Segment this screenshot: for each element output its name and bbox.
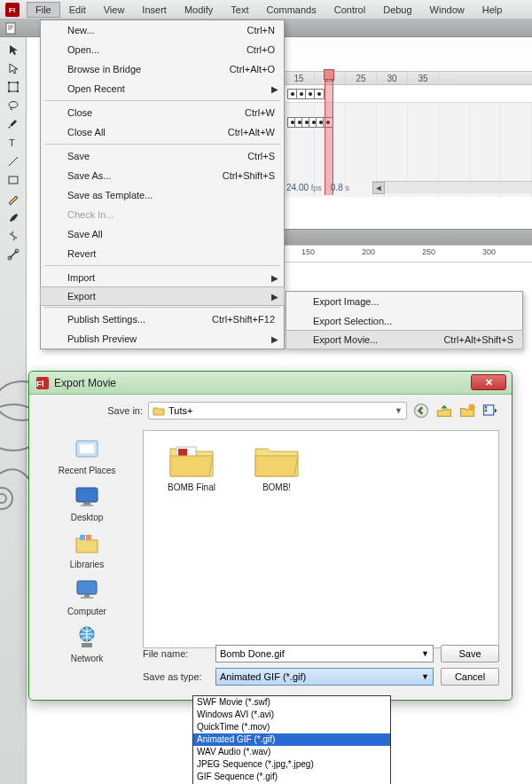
file-menu-item[interactable]: Save All — [41, 224, 284, 244]
playhead[interactable] — [325, 71, 333, 195]
menu-help[interactable]: Help — [473, 2, 512, 18]
close-button[interactable]: ✕ — [471, 374, 506, 390]
menu-edit[interactable]: Edit — [60, 2, 95, 18]
menu-window[interactable]: Window — [421, 2, 473, 18]
scroll-left-icon[interactable]: ◄ — [372, 182, 385, 194]
save-type-value: Animated GIF (*.gif) — [220, 671, 306, 682]
place-computer[interactable]: Computer — [38, 576, 136, 616]
keyframe[interactable] — [314, 89, 325, 99]
rectangle-tool[interactable] — [3, 171, 24, 189]
file-menu-item[interactable]: Import▶ — [41, 268, 284, 287]
save-in-combo[interactable]: Tuts+ ▼ — [148, 402, 407, 419]
place-label: Desktop — [71, 513, 104, 522]
folder-item[interactable]: BOMB! — [239, 440, 314, 492]
type-option[interactable]: Windows AVI (*.avi) — [193, 709, 390, 721]
file-menu-item[interactable]: Browse in BridgeCtrl+Alt+O — [41, 59, 284, 79]
save-button[interactable]: Save — [441, 645, 499, 662]
place-label: Libraries — [70, 560, 104, 569]
menu-control[interactable]: Control — [325, 2, 374, 18]
type-option[interactable]: GIF Sequence (*.gif) — [193, 771, 390, 783]
menu-text[interactable]: Text — [222, 2, 257, 18]
place-label: Recent Places — [59, 466, 115, 475]
svg-rect-10 — [9, 176, 18, 184]
menu-debug[interactable]: Debug — [374, 2, 420, 18]
place-network[interactable]: Network — [38, 623, 136, 663]
menu-commands[interactable]: Commands — [257, 2, 325, 18]
lasso-tool[interactable] — [3, 97, 24, 114]
timeline-scrollbar[interactable]: ◄ — [372, 181, 532, 193]
place-desktop[interactable]: Desktop — [38, 482, 136, 522]
brush-tool[interactable] — [3, 208, 24, 226]
file-menu-item[interactable]: Open Recent▶ — [41, 79, 284, 98]
cancel-button[interactable]: Cancel — [441, 668, 499, 686]
export-menu-item[interactable]: Export Selection... — [286, 311, 522, 331]
timeline-ruler[interactable]: 15 20 25 30 35 — [284, 71, 532, 85]
new-folder-button[interactable] — [458, 402, 476, 419]
tick: 25 — [346, 72, 377, 84]
file-menu-item[interactable]: Publish Settings...Ctrl+Shift+F12 — [41, 310, 284, 329]
file-menu-item: Check In... — [41, 205, 284, 224]
free-transform-tool[interactable] — [3, 78, 24, 96]
save-type-dropdown-list: SWF Movie (*.swf)Windows AVI (*.avi)Quic… — [192, 695, 391, 784]
submenu-arrow-icon: ▶ — [271, 273, 278, 283]
menu-insert[interactable]: Insert — [133, 2, 176, 18]
subselection-tool[interactable] — [3, 59, 24, 77]
folder-icon — [153, 404, 165, 417]
file-menu-dropdown: New...Ctrl+NOpen...Ctrl+OBrowse in Bridg… — [40, 20, 285, 349]
dialog-titlebar[interactable]: Fl Export Movie ✕ — [29, 372, 512, 395]
type-option[interactable]: WAV Audio (*.wav) — [193, 746, 390, 758]
script-icon — [5, 22, 18, 35]
type-option[interactable]: QuickTime (*.mov) — [193, 721, 390, 733]
type-option[interactable]: JPEG Sequence (*.jpg,*.jpeg) — [193, 758, 390, 771]
view-menu-button[interactable] — [481, 402, 499, 419]
menu-file[interactable]: File — [27, 2, 60, 18]
folder-item[interactable]: BOMB Final — [154, 440, 229, 492]
ruler-tick: 150 — [301, 247, 315, 256]
file-menu-item[interactable]: SaveCtrl+S — [41, 146, 284, 166]
line-tool[interactable] — [3, 153, 24, 170]
svg-text:T: T — [9, 137, 15, 148]
file-menu-item[interactable]: Save As...Ctrl+Shift+S — [41, 166, 284, 185]
type-option[interactable]: SWF Movie (*.swf) — [193, 696, 390, 709]
file-menu-item[interactable]: New...Ctrl+N — [41, 20, 284, 40]
save-type-combo[interactable]: Animated GIF (*.gif) ▼ — [215, 668, 434, 686]
export-menu-item[interactable]: Export Movie...Ctrl+Alt+Shift+S — [286, 330, 523, 349]
place-label: Network — [71, 654, 104, 663]
up-button[interactable] — [435, 402, 453, 419]
back-button[interactable] — [412, 402, 430, 419]
pen-tool[interactable] — [3, 115, 24, 133]
menu-view[interactable]: View — [95, 2, 134, 18]
chevron-down-icon: ▼ — [421, 672, 429, 681]
svg-point-6 — [16, 90, 18, 92]
file-menu-item[interactable]: Publish Preview▶ — [41, 329, 284, 349]
file-menu-item[interactable]: Export▶ — [40, 286, 285, 306]
save-in-value: Tuts+ — [168, 405, 192, 416]
menu-modify[interactable]: Modify — [176, 2, 222, 18]
ruler-tick: 250 — [422, 247, 435, 256]
file-menu-item[interactable]: Open...Ctrl+O — [41, 40, 284, 59]
file-name-input[interactable]: Bomb Done.gif ▼ — [215, 645, 434, 662]
svg-rect-29 — [81, 505, 93, 506]
pencil-tool[interactable] — [3, 190, 24, 208]
selection-tool[interactable] — [3, 41, 24, 59]
file-menu-item[interactable]: Close AllCtrl+Alt+W — [41, 122, 284, 142]
place-recent[interactable]: Recent Places — [38, 435, 136, 475]
file-label: BOMB! — [262, 482, 291, 492]
export-menu-item[interactable]: Export Image... — [286, 292, 522, 311]
submenu-arrow-icon: ▶ — [271, 334, 278, 344]
svg-rect-2 — [9, 82, 18, 91]
deco-tool[interactable] — [3, 227, 24, 245]
text-tool[interactable]: T — [3, 134, 24, 152]
bone-tool[interactable] — [3, 246, 24, 263]
place-libraries[interactable]: Libraries — [38, 529, 136, 569]
file-menu-item[interactable]: Save as Template... — [41, 185, 284, 205]
file-name-value: Bomb Done.gif — [220, 648, 285, 659]
type-option[interactable]: Animated GIF (*.gif) — [193, 733, 390, 746]
file-listing[interactable]: BOMB Final BOMB! — [143, 430, 499, 648]
playhead-handle[interactable] — [324, 69, 334, 80]
svg-rect-36 — [82, 643, 92, 647]
file-menu-item[interactable]: Revert — [41, 244, 284, 263]
menubar: Fl File Edit View Insert Modify Text Com… — [0, 0, 532, 20]
file-menu-item[interactable]: CloseCtrl+W — [41, 103, 284, 122]
places-bar: Recent Places Desktop Libraries Computer… — [38, 430, 136, 664]
